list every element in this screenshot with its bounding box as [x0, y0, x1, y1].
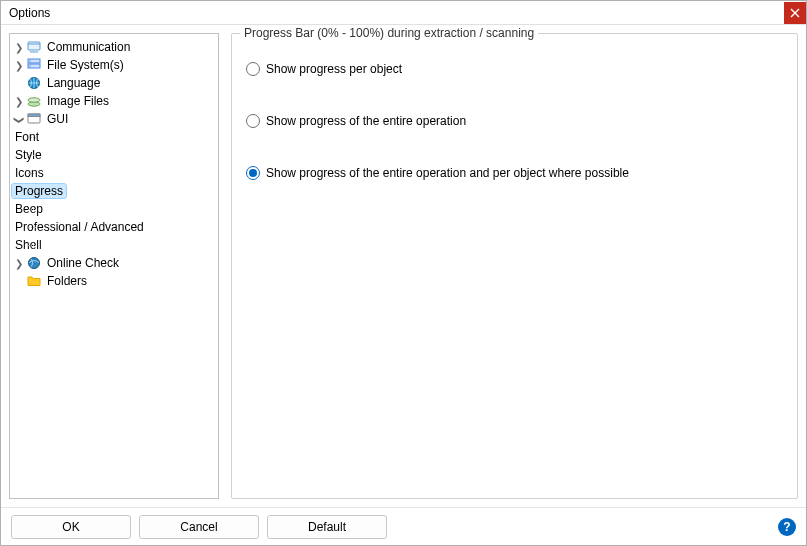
close-icon: [790, 8, 800, 18]
options-tree[interactable]: ❯ Communication ❯ File System(s): [9, 33, 219, 499]
chevron-right-icon: ❯: [12, 42, 26, 53]
image-files-icon: [26, 93, 42, 109]
radio-icon: [246, 62, 260, 76]
online-check-icon: [26, 255, 42, 271]
groupbox-legend: Progress Bar (0% - 100%) during extracti…: [240, 26, 538, 40]
tree-label: Folders: [44, 274, 90, 288]
chevron-right-icon: ❯: [12, 258, 26, 269]
language-icon: [26, 75, 42, 91]
chevron-down-icon: ❯: [14, 112, 25, 126]
tree-item-style[interactable]: Style: [12, 146, 216, 164]
tree-item-progress[interactable]: Progress: [12, 182, 216, 200]
tree-label: Icons: [12, 166, 47, 180]
svg-point-7: [28, 98, 40, 102]
tree-label: Communication: [44, 40, 133, 54]
tree-label: Online Check: [44, 256, 122, 270]
tree-item-professional[interactable]: Professional / Advanced: [12, 218, 216, 236]
tree-label: Progress: [12, 184, 66, 198]
gui-icon: [26, 111, 42, 127]
tree-item-communication[interactable]: ❯ Communication: [12, 38, 216, 56]
svg-point-4: [29, 65, 30, 66]
tree-label: Language: [44, 76, 103, 90]
tree-item-font[interactable]: Font: [12, 128, 216, 146]
communication-icon: [26, 39, 42, 55]
tree-item-beep[interactable]: Beep: [12, 200, 216, 218]
tree-item-shell[interactable]: Shell: [12, 236, 216, 254]
tree-label: File System(s): [44, 58, 127, 72]
progress-groupbox: Progress Bar (0% - 100%) during extracti…: [231, 33, 798, 499]
svg-rect-9: [28, 114, 40, 117]
tree-label: Beep: [12, 202, 46, 216]
button-bar: OK Cancel Default ?: [1, 507, 806, 545]
radio-progress-entire-operation[interactable]: Show progress of the entire operation: [246, 114, 783, 128]
tree-item-icons[interactable]: Icons: [12, 164, 216, 182]
chevron-right-icon: ❯: [12, 60, 26, 71]
tree-label: Font: [12, 130, 42, 144]
radio-label: Show progress of the entire operation: [266, 114, 466, 128]
tree-item-image-files[interactable]: ❯ Image Files: [12, 92, 216, 110]
question-icon: ?: [783, 520, 790, 534]
tree-item-language[interactable]: Language: [12, 74, 216, 92]
tree-label: Shell: [12, 238, 45, 252]
svg-point-3: [29, 60, 30, 61]
tree-label: Style: [12, 148, 45, 162]
cancel-button[interactable]: Cancel: [139, 515, 259, 539]
close-button[interactable]: [784, 2, 806, 24]
radio-label: Show progress per object: [266, 62, 402, 76]
radio-label: Show progress of the entire operation an…: [266, 166, 629, 180]
help-button[interactable]: ?: [778, 518, 796, 536]
tree-item-gui[interactable]: ❯ GUI: [12, 110, 216, 128]
chevron-right-icon: ❯: [12, 96, 26, 107]
radio-icon: [246, 114, 260, 128]
tree-label: Image Files: [44, 94, 112, 108]
svg-point-10: [29, 258, 40, 269]
default-button[interactable]: Default: [267, 515, 387, 539]
tree-item-folders[interactable]: Folders: [12, 272, 216, 290]
window-title: Options: [9, 6, 784, 20]
settings-panel: Progress Bar (0% - 100%) during extracti…: [227, 33, 798, 499]
folder-icon: [26, 273, 42, 289]
ok-button[interactable]: OK: [11, 515, 131, 539]
titlebar: Options: [1, 1, 806, 25]
tree-label: GUI: [44, 112, 71, 126]
svg-rect-0: [28, 42, 40, 50]
content-area: ❯ Communication ❯ File System(s): [1, 25, 806, 507]
filesystem-icon: [26, 57, 42, 73]
tree-item-online-check[interactable]: ❯ Online Check: [12, 254, 216, 272]
radio-progress-entire-and-per-object[interactable]: Show progress of the entire operation an…: [246, 166, 783, 180]
tree-item-file-system[interactable]: ❯ File System(s): [12, 56, 216, 74]
radio-progress-per-object[interactable]: Show progress per object: [246, 62, 783, 76]
tree-label: Professional / Advanced: [12, 220, 147, 234]
radio-icon: [246, 166, 260, 180]
